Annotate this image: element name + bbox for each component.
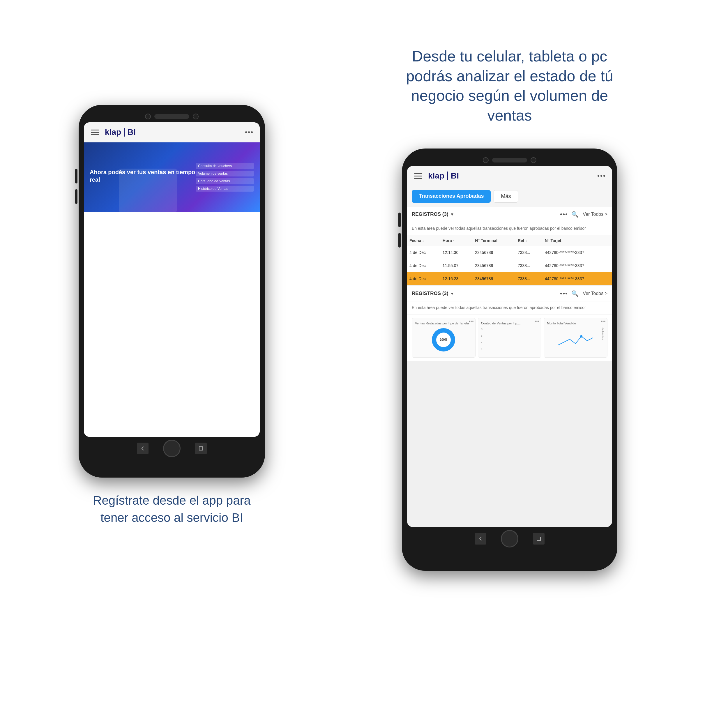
left-phone-frame: klap BI [79, 105, 265, 477]
left-more-dots[interactable] [245, 132, 253, 133]
left-phone-side-buttons [75, 169, 78, 204]
right-header-line4: ventas [487, 107, 532, 124]
banner-feature-1: Consulta de vouchers [196, 163, 254, 169]
section1-dropdown[interactable]: ▼ [450, 212, 454, 217]
right-phone-camera [483, 157, 489, 163]
section2-actions: 🔍 Ver Todos > [560, 290, 607, 297]
chart-line-dots[interactable] [601, 321, 606, 322]
th-ref-label: Ref [518, 238, 525, 243]
section1-search-icon[interactable]: 🔍 [571, 211, 579, 218]
right-header-line1: Desde tu celular, tableta o pc [412, 48, 607, 65]
y-label-4: 4 [481, 341, 483, 344]
right-dot-1 [598, 175, 599, 177]
right-hamburger-line-3 [414, 178, 422, 179]
fecha-sort[interactable] [422, 238, 424, 243]
th-terminal-label: N° Terminal [475, 238, 497, 243]
tab-mas[interactable]: Más [494, 190, 518, 203]
right-phone-screen: klap BI Transacci [407, 166, 612, 527]
chart-line-title: Monto Total Vendido [547, 321, 604, 325]
section2-desc: En esta área puede ver todas aquellas tr… [407, 301, 612, 315]
chart-bar-dot-2 [536, 321, 538, 322]
hora-sort[interactable] [453, 238, 455, 243]
chart-bar-title: Conteo de Ventas por Tip.... [481, 321, 538, 325]
left-phone-bottom [84, 440, 260, 457]
right-more-dots[interactable] [598, 175, 605, 177]
th-hora-label: Hora [443, 238, 452, 243]
cell-tarjeta-2: 442780-****-****-3337 [543, 272, 612, 285]
left-nav-btn-home[interactable] [163, 440, 180, 457]
pie-chart: 100% [432, 328, 455, 352]
chart-line-dot-3 [604, 321, 606, 322]
right-dot-2 [601, 175, 602, 177]
left-hamburger-icon[interactable] [91, 130, 99, 135]
right-phone-bottom [407, 530, 612, 548]
ref-sort[interactable] [525, 238, 527, 243]
line-chart-container: de Montos [547, 327, 604, 351]
line-chart-point [580, 335, 583, 338]
hamburger-line-2 [91, 132, 99, 133]
cell-fecha-0: 4 de Dec [407, 246, 440, 259]
cell-tarjeta-1: 442780-****-****-3337 [543, 259, 612, 272]
content-area: klap BI [44, 29, 684, 699]
left-caption-line1: Regístrate desde el app para [93, 494, 251, 507]
left-logo-bi: BI [127, 127, 136, 137]
th-ref: Ref [515, 235, 543, 246]
left-phone-sensor [193, 113, 199, 119]
tab-transacciones-aprobadas[interactable]: Transacciones Aprobadas [412, 190, 491, 203]
cell-tarjeta-0: 442780-****-****-3337 [543, 246, 612, 259]
bar-chart-area: 8 6 4 2 [481, 327, 538, 353]
y-axis: 8 6 4 2 [481, 327, 483, 351]
right-nav-btn-back[interactable] [475, 533, 486, 544]
transactions-table: Fecha Hora N° Terminal [407, 235, 612, 285]
section2-header: REGISTROS (3) ▼ 🔍 Ver Todos > [407, 286, 612, 301]
left-phone-screen: klap BI [84, 122, 260, 437]
section2-search-icon[interactable]: 🔍 [571, 290, 579, 297]
left-nav-btn-square[interactable] [195, 443, 207, 454]
banner-feature-4: Histórico de Ventas [196, 186, 254, 192]
chart-card-line: Monto Total Vendido de Montos [544, 318, 607, 358]
right-volume-down-btn [398, 233, 401, 248]
cell-ref-2: 7338... [515, 272, 543, 285]
y-label-6: 6 [481, 334, 483, 337]
right-nav-btn-home[interactable] [501, 530, 518, 548]
dot-1 [245, 132, 247, 133]
section1-dots[interactable] [560, 213, 567, 215]
right-hamburger-icon[interactable] [414, 173, 422, 179]
svg-rect-1 [537, 537, 540, 540]
right-phone-speaker [492, 158, 527, 162]
right-nav-btn-square[interactable] [533, 533, 544, 544]
right-hamburger-line-1 [414, 173, 422, 174]
left-nav-btn-back[interactable] [137, 443, 148, 454]
pie-center-label: 100% [436, 333, 451, 347]
promo-banner: Ahora podés ver tus ventas en tiempo rea… [84, 142, 260, 212]
right-logo-klap: klap [428, 171, 444, 180]
right-header-line2: podrás analizar el estado de tú [406, 67, 613, 84]
left-phone-camera [145, 113, 151, 119]
table-row[interactable]: 4 de Dec 11:55:07 23456789 7338... 44278… [407, 259, 612, 272]
chart-pie-dots[interactable] [469, 321, 474, 322]
left-side: klap BI [44, 47, 300, 526]
section1-title-text: REGISTROS (3) [412, 211, 448, 217]
s1-dot-1 [560, 213, 562, 215]
hamburger-line-1 [91, 130, 99, 130]
cell-hora-1: 11:55:07 [440, 259, 473, 272]
section1-ver-todos[interactable]: Ver Todos > [583, 212, 607, 217]
section1-header: REGISTROS (3) ▼ 🔍 Ver Todos > [407, 207, 612, 222]
section2-title-text: REGISTROS (3) [412, 291, 448, 297]
chart-pie-dot-2 [471, 321, 472, 322]
section2-dropdown[interactable]: ▼ [450, 291, 454, 296]
cell-fecha-1: 4 de Dec [407, 259, 440, 272]
chart-bar-dots[interactable] [535, 321, 539, 322]
table-row[interactable]: 4 de Dec 12:14:30 23456789 7338... 44278… [407, 246, 612, 259]
table-header-row: Fecha Hora N° Terminal [407, 235, 612, 246]
right-phone-wrapper: klap BI Transacci [402, 148, 617, 571]
left-app-header: klap BI [84, 122, 260, 142]
s2-dot-2 [563, 293, 564, 294]
section2-dots[interactable] [560, 293, 567, 294]
right-hamburger-line-2 [414, 176, 422, 176]
table-row-highlighted[interactable]: 4 de Dec 12:16:23 23456789 7338... 44278… [407, 272, 612, 285]
section2-ver-todos[interactable]: Ver Todos > [583, 291, 607, 296]
right-app-logo: klap BI [428, 171, 459, 180]
hamburger-line-3 [91, 134, 99, 135]
cell-hora-2: 12:16:23 [440, 272, 473, 285]
